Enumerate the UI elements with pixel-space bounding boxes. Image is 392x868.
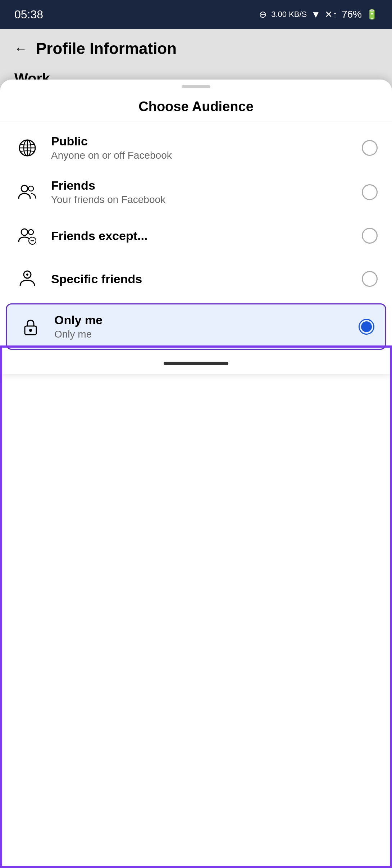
profile-info-bg: ← Profile Information Work 🌐 Public ▾ 🔒 … (0, 29, 392, 374)
battery-label: 76% (342, 9, 362, 20)
public-option-text: Public Anyone on or off Facebook (51, 134, 351, 161)
audience-option-public[interactable]: Public Anyone on or off Facebook (0, 126, 392, 170)
wifi-icon: ▼ (311, 9, 320, 20)
globe-svg (18, 139, 37, 157)
only-me-option-text: Only me Only me (54, 313, 348, 340)
specific-friends-radio[interactable] (362, 271, 378, 287)
status-bar: 05:38 ⊖ 3.00 KB/S ▼ ✕↑ 76% 🔋 (0, 0, 392, 29)
specific-friends-option-icon (14, 266, 40, 292)
audience-option-specific-friends[interactable]: Specific friends (0, 257, 392, 300)
only-me-radio[interactable] (359, 319, 374, 335)
audience-option-only-me[interactable]: Only me Only me (6, 303, 386, 350)
status-icons: ⊖ 3.00 KB/S ▼ ✕↑ 76% 🔋 (259, 9, 378, 20)
friends-except-option-text: Friends except... (51, 229, 351, 243)
back-button[interactable]: ← (14, 41, 27, 56)
selection-border (0, 345, 392, 868)
public-option-icon (14, 135, 40, 161)
radio-inner-fill (361, 321, 372, 332)
specific-friends-option-text: Specific friends (51, 272, 351, 286)
only-me-option-label: Only me (54, 313, 348, 327)
public-option-sub: Anyone on or off Facebook (51, 150, 351, 161)
friends-except-svg (18, 226, 37, 245)
friends-option-label: Friends (51, 178, 351, 193)
audience-option-friends[interactable]: Friends Your friends on Facebook (0, 170, 392, 214)
svg-point-7 (28, 230, 33, 235)
bottom-nav-bar (0, 353, 392, 374)
do-not-disturb-icon: ⊖ (259, 9, 267, 20)
specific-friends-svg (18, 270, 37, 288)
friends-except-option-icon (14, 223, 40, 249)
friends-svg (18, 183, 37, 202)
lock-svg (21, 317, 40, 336)
speed-label: 3.00 KB/S (271, 10, 307, 19)
friends-option-icon (14, 179, 40, 205)
friends-option-text: Friends Your friends on Facebook (51, 178, 351, 205)
public-option-label: Public (51, 134, 351, 148)
audience-option-friends-except[interactable]: Friends except... (0, 214, 392, 257)
status-time: 05:38 (14, 8, 43, 21)
svg-point-13 (29, 329, 32, 332)
svg-point-6 (21, 229, 28, 235)
nav-pill (164, 362, 228, 365)
friends-except-option-label: Friends except... (51, 229, 351, 243)
svg-point-4 (21, 185, 28, 192)
svg-point-11 (26, 273, 28, 276)
specific-friends-option-label: Specific friends (51, 272, 351, 286)
sheet-title: Choose Audience (0, 95, 392, 122)
svg-point-5 (28, 186, 33, 191)
page-title: Profile Information (36, 40, 177, 58)
friends-radio[interactable] (362, 184, 378, 200)
choose-audience-sheet: Choose Audience Public Anyone on or off … (0, 80, 392, 375)
only-me-option-icon (18, 314, 44, 340)
sheet-handle (182, 85, 210, 88)
battery-icon: 🔋 (366, 9, 378, 20)
only-me-option-sub: Only me (54, 329, 348, 340)
friends-option-sub: Your friends on Facebook (51, 194, 351, 205)
sheet-divider (0, 122, 392, 122)
page-header: ← Profile Information (14, 40, 378, 58)
public-radio[interactable] (362, 140, 378, 156)
friends-except-radio[interactable] (362, 228, 378, 244)
signal-icon: ✕↑ (325, 9, 337, 20)
